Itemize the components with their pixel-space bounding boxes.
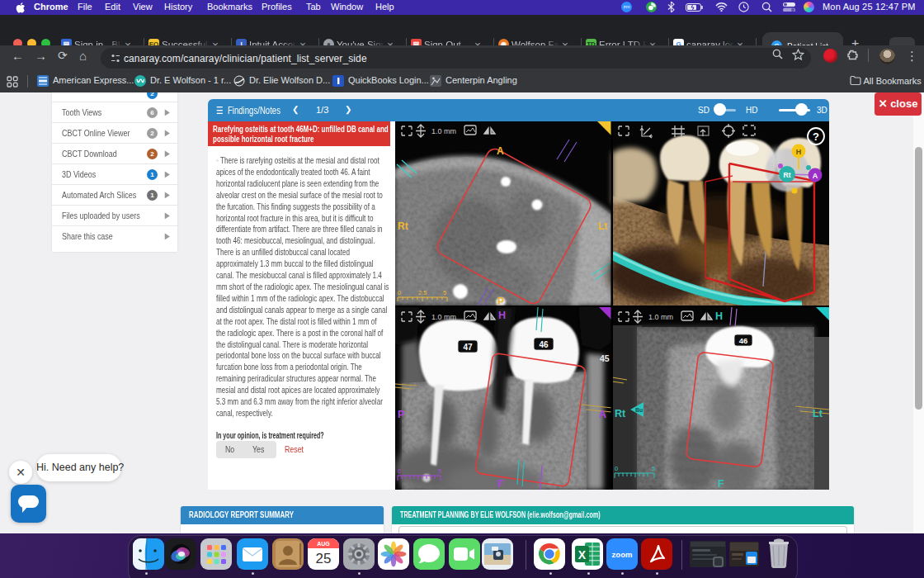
svg-text:0: 0 [615,465,618,472]
svg-text:H: H [796,148,802,156]
svg-text:X: X [578,548,587,561]
svg-text:5: 5 [438,467,441,475]
svg-text:A: A [497,145,504,157]
svg-text:0: 0 [398,289,401,296]
svg-text:46: 46 [739,336,748,345]
svg-text:A: A [599,409,606,420]
svg-text:P: P [497,296,504,307]
svg-text:5: 5 [443,289,446,296]
svg-text:46: 46 [539,340,549,349]
svg-text:Rt: Rt [398,220,408,232]
svg-text:Lt: Lt [813,408,823,419]
svg-text:47: 47 [463,343,473,352]
svg-text:0: 0 [398,467,401,475]
svg-text:Bu: Bu [635,407,643,413]
svg-text:2.5: 2.5 [418,289,427,296]
svg-text:zoom: zoom [612,550,633,559]
svg-text:F: F [718,478,724,490]
svg-text:AUG: AUG [317,541,330,547]
svg-text:5: 5 [652,465,655,472]
svg-text:H: H [715,310,723,322]
svg-text:?: ? [813,130,819,143]
svg-text:Rt: Rt [615,408,626,419]
svg-text:Lt: Lt [598,220,607,232]
svg-text:F: F [497,478,504,490]
svg-text:25: 25 [316,551,332,566]
svg-text:Rt: Rt [784,171,791,179]
svg-text:A: A [813,172,818,180]
svg-text:H: H [498,310,506,321]
svg-text:45: 45 [600,353,610,363]
svg-text:P: P [398,409,404,420]
